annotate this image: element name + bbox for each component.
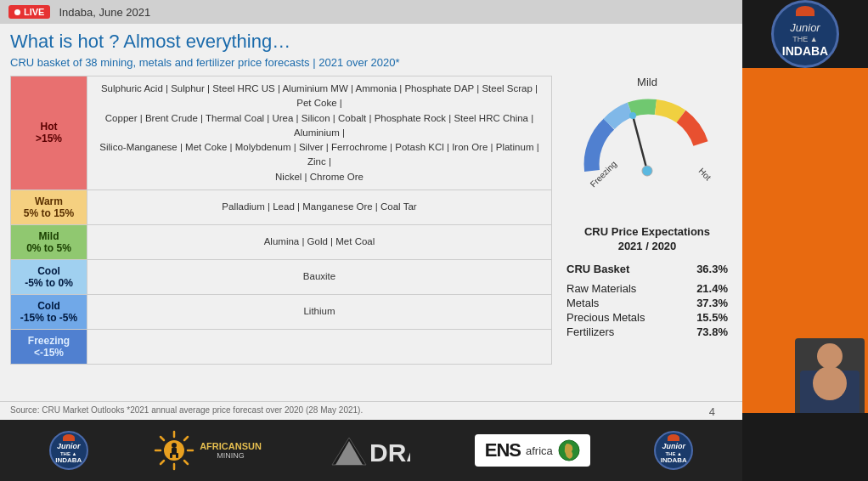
- category-mild: Mild0% to 5%: [11, 224, 87, 259]
- live-label: LIVE: [24, 7, 44, 17]
- main-content: LIVE Indaba, June 2021 What is hot ? Alm…: [0, 0, 742, 481]
- svg-line-4: [184, 437, 188, 440]
- price-row-basket: CRU Basket 36.3%: [566, 263, 728, 275]
- africansun-icon: [152, 428, 196, 473]
- svg-line-10: [161, 437, 164, 440]
- price-value: 37.3%: [696, 297, 728, 309]
- svg-line-6: [184, 461, 188, 464]
- split-layout: Hot>15% Sulphuric Acid | Sulphur | Steel…: [10, 76, 732, 398]
- right-panel: Mild: [562, 76, 732, 398]
- svg-point-12: [172, 443, 177, 448]
- live-badge: LIVE: [8, 5, 50, 19]
- price-label: Precious Metals: [566, 311, 645, 324]
- price-value: 21.4%: [696, 282, 728, 295]
- sponsor-junior-indaba-2: Junior THE ▲ INDABA: [654, 431, 693, 470]
- table-section: Hot>15% Sulphuric Acid | Sulphur | Steel…: [10, 76, 552, 398]
- svg-rect-14: [170, 453, 172, 458]
- price-value: 36.3%: [696, 263, 728, 275]
- items-freezing: [87, 329, 552, 364]
- price-row-metals: Metals 37.3%: [566, 297, 728, 309]
- subtitle: CRU basket of 38 mining, metals and fert…: [10, 56, 732, 69]
- sidebar-logo: Junior THE ▲ INDABA: [742, 0, 868, 68]
- sponsor-africansun: AFRICANSUN MINING: [152, 428, 262, 473]
- page-number: 4: [709, 405, 715, 418]
- price-label: Metals: [566, 297, 599, 309]
- svg-text:DRA: DRA: [369, 439, 410, 467]
- footer-note: Source: CRU Market Outlooks *2021 annual…: [0, 401, 742, 420]
- portrait-photo: [795, 338, 865, 413]
- content-area: What is hot ? Almost everything… CRU bas…: [0, 24, 742, 401]
- page-title: What is hot ? Almost everything…: [10, 31, 732, 53]
- price-label: Fertilizers: [566, 325, 614, 338]
- sponsor-junior-indaba-1: Junior THE ▲ INDABA: [49, 431, 88, 470]
- items-cool: Bauxite: [87, 259, 552, 294]
- header-bar: LIVE Indaba, June 2021: [0, 0, 742, 24]
- items-cold: Lithium: [87, 294, 552, 329]
- price-value: 73.8%: [696, 325, 728, 338]
- event-title: Indaba, June 2021: [59, 6, 150, 19]
- footer-text: Source: CRU Market Outlooks *2021 annual…: [10, 405, 363, 415]
- sidebar-bottom: [742, 413, 868, 481]
- table-row: Warm5% to 15% Palladium | Lead | Mangane…: [11, 190, 552, 224]
- svg-line-8: [161, 461, 164, 464]
- price-label: CRU Basket: [566, 263, 629, 275]
- price-expectations-title: CRU Price Expectations2021 / 2020: [566, 225, 728, 254]
- items-warm: Palladium | Lead | Manganese Ore | Coal …: [87, 190, 552, 224]
- dra-icon: DRA: [325, 433, 410, 468]
- gauge-labels: Freezing Hot: [575, 171, 719, 180]
- category-cool: Cool-5% to 0%: [11, 259, 87, 294]
- sponsor-ens: ENS africa: [475, 434, 590, 467]
- category-hot: Hot>15%: [11, 76, 87, 190]
- sponsor-dra: DRA: [325, 433, 410, 468]
- svg-line-0: [633, 116, 647, 171]
- table-row: Mild0% to 5% Alumina | Gold | Met Coal: [11, 224, 552, 259]
- items-hot: Sulphuric Acid | Sulphur | Steel HRC US …: [87, 76, 552, 190]
- price-row-raw: Raw Materials 21.4%: [566, 282, 728, 295]
- table-row: Freezing<-15%: [11, 329, 552, 364]
- svg-point-2: [629, 112, 636, 119]
- svg-rect-15: [176, 453, 178, 458]
- gauge-container: Mild: [566, 76, 728, 212]
- table-row: Hot>15% Sulphuric Acid | Sulphur | Steel…: [11, 76, 552, 190]
- table-row: Cold-15% to -5% Lithium: [11, 294, 552, 329]
- category-freezing: Freezing<-15%: [11, 329, 87, 364]
- sidebar-junior: Junior: [782, 21, 828, 35]
- price-row-precious: Precious Metals 15.5%: [566, 311, 728, 324]
- price-row-fertilizers: Fertilizers 73.8%: [566, 325, 728, 338]
- ens-africa-icon: [558, 439, 580, 461]
- table-row: Cool-5% to 0% Bauxite: [11, 259, 552, 294]
- category-warm: Warm5% to 15%: [11, 190, 87, 224]
- right-sidebar: Junior THE ▲ INDABA: [742, 0, 868, 481]
- price-table: Hot>15% Sulphuric Acid | Sulphur | Steel…: [10, 76, 552, 365]
- live-dot: [14, 9, 20, 15]
- sidebar-indaba: INDABA: [782, 44, 828, 59]
- gauge-label-mild: Mild: [637, 76, 657, 88]
- items-mild: Alumina | Gold | Met Coal: [87, 224, 552, 259]
- price-expectations: CRU Price Expectations2021 / 2020 CRU Ba…: [566, 225, 728, 340]
- sponsor-bar: Junior THE ▲ INDABA: [0, 420, 742, 481]
- sidebar-orange: [742, 68, 868, 413]
- gauge-svg: [575, 90, 719, 184]
- price-value: 15.5%: [696, 311, 728, 324]
- category-cold: Cold-15% to -5%: [11, 294, 87, 329]
- price-label: Raw Materials: [566, 282, 636, 295]
